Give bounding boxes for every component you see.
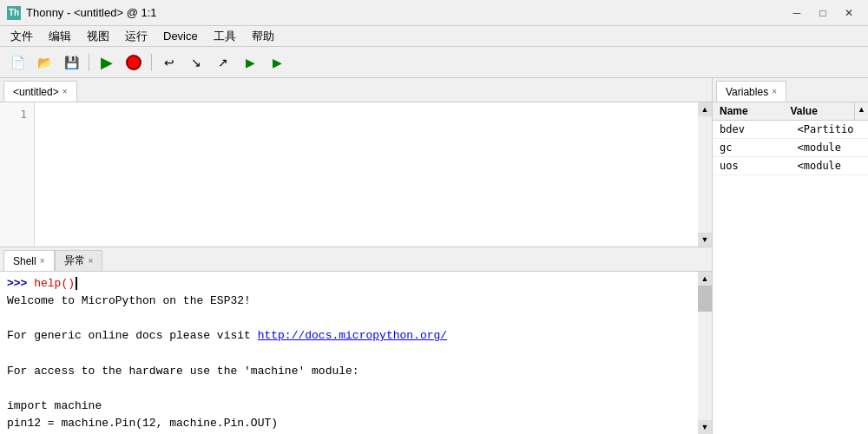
editor-scroll-up[interactable]: ▲ bbox=[698, 102, 712, 116]
app-icon: Th bbox=[7, 6, 21, 20]
shell-line-1: Welcome to MicroPython on the ESP32! bbox=[7, 293, 691, 310]
left-panel: <untitled> × 1 ▲ ▼ Shell × bbox=[0, 78, 712, 434]
window-controls: ─ □ ✕ bbox=[785, 3, 861, 23]
shell-scrollbar[interactable]: ▲ ▼ bbox=[698, 272, 712, 434]
shell-line-blank-3 bbox=[7, 380, 691, 398]
menu-item-文件[interactable]: 文件 bbox=[3, 27, 40, 46]
editor-scroll-down[interactable]: ▼ bbox=[698, 233, 712, 247]
toolbar-separator-1 bbox=[89, 54, 89, 71]
shell-scroll-down-btn[interactable]: ▼ bbox=[698, 420, 712, 434]
maximize-button[interactable]: □ bbox=[811, 3, 835, 23]
menu-item-帮助[interactable]: 帮助 bbox=[245, 27, 281, 46]
editor-scrollbar[interactable] bbox=[698, 116, 712, 233]
var-name-gc: gc bbox=[713, 139, 791, 156]
save-file-button[interactable]: 💾 bbox=[59, 50, 83, 75]
variables-tab-close[interactable]: × bbox=[772, 87, 777, 96]
shell-tab-exception[interactable]: 异常 × bbox=[55, 250, 103, 271]
var-row-gc: gc <module bbox=[713, 139, 868, 157]
shell-line-3: For access to the hardware use the 'mach… bbox=[7, 363, 691, 380]
shell-prompt: >>> bbox=[7, 277, 27, 290]
new-file-button[interactable]: 📄 bbox=[5, 50, 30, 75]
shell-scroll-thumb[interactable] bbox=[698, 286, 712, 312]
micropython-link[interactable]: http://docs.micropython.org/ bbox=[258, 329, 447, 342]
editor-tab-untitled[interactable]: <untitled> × bbox=[3, 81, 77, 102]
menu-bar: 文件编辑视图运行Device工具帮助 bbox=[0, 26, 868, 47]
minimize-button[interactable]: ─ bbox=[785, 3, 809, 23]
variables-table: Name Value ▲ bdev <Partitio gc <module u… bbox=[713, 102, 868, 434]
var-row-uos: uos <module bbox=[713, 157, 868, 175]
variables-rows: bdev <Partitio gc <module uos <module bbox=[713, 121, 868, 434]
cursor bbox=[76, 277, 84, 290]
shell-scroll-up-btn[interactable]: ▲ bbox=[698, 272, 712, 286]
main-area: <untitled> × 1 ▲ ▼ Shell × bbox=[0, 78, 868, 434]
variables-tab-label: Variables bbox=[726, 86, 768, 98]
step-into-button[interactable]: ↘ bbox=[184, 50, 208, 75]
variables-tab[interactable]: Variables × bbox=[716, 81, 786, 102]
editor-scroll-area[interactable]: ▲ ▼ bbox=[35, 102, 712, 247]
window-title: Thonny - <untitled> @ 1:1 bbox=[26, 6, 157, 19]
toolbar: 📄 📂 💾 ▶ ↩ ↘ ↗ ▶ ▶ bbox=[0, 47, 868, 78]
shell-line-4: import machine bbox=[7, 398, 691, 415]
variables-header: Name Value ▲ bbox=[713, 102, 868, 121]
title-bar-left: Th Thonny - <untitled> @ 1:1 bbox=[7, 6, 157, 20]
variables-tab-bar: Variables × bbox=[713, 78, 868, 102]
stop-button[interactable] bbox=[122, 50, 146, 75]
toolbar-separator-2 bbox=[151, 54, 152, 71]
menu-item-工具[interactable]: 工具 bbox=[207, 27, 243, 46]
editor-tab-bar: <untitled> × bbox=[0, 78, 712, 102]
close-button[interactable]: ✕ bbox=[837, 3, 861, 23]
value-column-header: Value bbox=[784, 102, 855, 120]
var-value-uos: <module bbox=[791, 157, 869, 174]
shell-tab-close[interactable]: × bbox=[40, 256, 45, 266]
resume2-button[interactable]: ▶ bbox=[265, 50, 289, 75]
menu-item-Device[interactable]: Device bbox=[156, 28, 205, 44]
menu-item-编辑[interactable]: 编辑 bbox=[42, 27, 78, 46]
shell-prompt-line: >>> help() bbox=[7, 275, 691, 293]
shell-scroll-track[interactable] bbox=[698, 286, 712, 420]
shell-content: >>> help() Welcome to MicroPython on the… bbox=[0, 272, 712, 434]
header-scroll-up[interactable]: ▲ bbox=[854, 102, 868, 120]
var-value-gc: <module bbox=[791, 139, 869, 156]
line-number-1: 1 bbox=[20, 106, 34, 123]
exception-tab-close[interactable]: × bbox=[89, 256, 94, 266]
editor-tab-label: <untitled> bbox=[13, 86, 59, 98]
var-value-bdev: <Partitio bbox=[791, 121, 869, 138]
shell-line-5: pin12 = machine.Pin(12, machine.Pin.OUT) bbox=[7, 415, 691, 432]
run-button[interactable]: ▶ bbox=[95, 50, 119, 75]
menu-item-运行[interactable]: 运行 bbox=[118, 27, 155, 46]
shell-area: Shell × 异常 × >>> help() Welcome to Micro… bbox=[0, 247, 712, 434]
editor-tab-close[interactable]: × bbox=[62, 87, 68, 96]
line-numbers: 1 bbox=[0, 102, 35, 247]
shell-line-blank-1 bbox=[7, 310, 691, 327]
editor-content: 1 ▲ ▼ bbox=[0, 102, 712, 247]
menu-item-视图[interactable]: 视图 bbox=[80, 27, 116, 46]
shell-tab-shell[interactable]: Shell × bbox=[3, 250, 55, 271]
title-bar: Th Thonny - <untitled> @ 1:1 ─ □ ✕ bbox=[0, 0, 868, 26]
open-file-button[interactable]: 📂 bbox=[32, 50, 56, 75]
name-column-header: Name bbox=[713, 102, 784, 120]
shell-tab-bar: Shell × 异常 × bbox=[0, 247, 712, 272]
var-name-bdev: bdev bbox=[713, 121, 791, 138]
variables-panel: Variables × Name Value ▲ bdev <Partitio … bbox=[712, 78, 868, 434]
shell-line-2: For generic online docs please visit htt… bbox=[7, 327, 691, 345]
exception-tab-label: 异常 bbox=[64, 253, 85, 268]
var-name-uos: uos bbox=[713, 157, 791, 174]
shell-line-blank-2 bbox=[7, 345, 691, 363]
shell-output[interactable]: >>> help() Welcome to MicroPython on the… bbox=[0, 272, 698, 434]
resume-button[interactable]: ▶ bbox=[238, 50, 262, 75]
step-out-button[interactable]: ↗ bbox=[211, 50, 235, 75]
editor-area: <untitled> × 1 ▲ ▼ bbox=[0, 78, 712, 247]
shell-tab-label: Shell bbox=[13, 255, 36, 267]
step-over-button[interactable]: ↩ bbox=[157, 50, 181, 75]
var-row-bdev: bdev <Partitio bbox=[713, 121, 868, 139]
shell-command: help() bbox=[27, 277, 75, 290]
